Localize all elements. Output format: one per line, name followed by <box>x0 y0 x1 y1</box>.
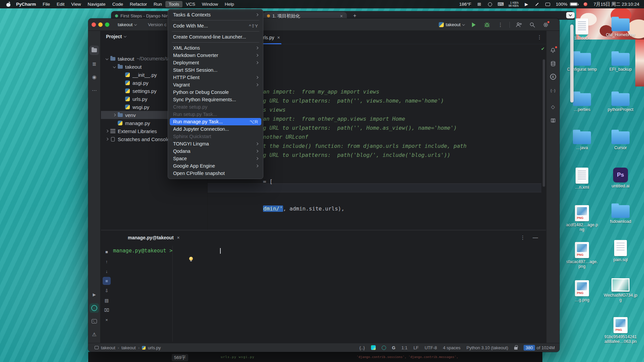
menu-item[interactable]: Code With Me... ^⇧Y <box>170 22 261 29</box>
print-icon[interactable]: ▤ <box>103 296 111 304</box>
tree-chevron-icon[interactable] <box>104 138 110 140</box>
lock-icon[interactable] <box>514 347 518 350</box>
menu-bar-item[interactable]: Refactor <box>126 1 150 7</box>
weather-widget[interactable]: 186°F <box>459 2 471 7</box>
run-panel-tab[interactable]: manage.py@takeout × <box>128 235 180 240</box>
status-widget[interactable]: Python 3.10 (takeout) <box>467 345 508 350</box>
intention-bulb-icon[interactable] <box>189 257 193 260</box>
status-widget[interactable]: LF <box>414 345 419 350</box>
hide-panel-button[interactable]: — <box>533 235 538 241</box>
menu-bar-item[interactable]: VCS <box>182 1 199 7</box>
desktop-icon[interactable]: Cursor <box>604 131 637 150</box>
menu-bar-item[interactable]: File <box>39 1 53 7</box>
menu-item[interactable]: Google App Engine <box>170 162 261 170</box>
desktop-icon[interactable]: WechatIMG734.jpg <box>604 278 637 302</box>
status-widget[interactable]: 4 spaces <box>443 345 461 350</box>
documentation-tool-button[interactable] <box>548 116 558 125</box>
pycharm-logo-icon[interactable] <box>371 345 376 350</box>
desktop-icon[interactable]: …g.png <box>565 280 599 302</box>
status-widget[interactable]: UTF-8 <box>425 345 437 350</box>
network-speed-widget[interactable]: 1 KB/s 98 KB/s <box>508 1 519 7</box>
menu-item[interactable]: Start SSH Session... <box>170 66 261 74</box>
menu-item[interactable]: Vagrant <box>170 81 261 88</box>
panel-options-button[interactable]: ⋮ <box>520 235 525 241</box>
terminal-console[interactable]: manage.py@takeout > <box>113 248 544 342</box>
translation-tool-button[interactable]: A <box>548 72 558 81</box>
play-menu-icon[interactable]: ▶ <box>524 1 529 7</box>
breadcrumb-item[interactable]: takeout <box>121 345 136 350</box>
tab-close-icon[interactable]: × <box>277 35 280 40</box>
tree-chevron-icon[interactable] <box>104 130 110 132</box>
ai-assistant-tool-button[interactable]: ◇ <box>548 102 558 112</box>
stop-icon[interactable]: ■ <box>103 248 111 256</box>
run-tool-button[interactable]: ▶ <box>90 290 99 299</box>
database-tool-button[interactable] <box>548 59 558 68</box>
display-menu-icon[interactable] <box>545 1 551 7</box>
status-widget[interactable]: 1:1 <box>401 345 408 350</box>
new-tab-button[interactable]: + <box>353 13 356 19</box>
menu-item[interactable]: Space <box>170 155 261 162</box>
next-task-icon[interactable]: ↓ <box>103 267 111 275</box>
menu-item[interactable]: TONGYI Lingma <box>170 140 261 147</box>
clear-icon[interactable]: ⌧ <box>103 306 111 314</box>
vcs-widget[interactable]: Version c <box>148 22 167 27</box>
grid-menu-icon[interactable]: ⊞ <box>476 1 482 7</box>
project-panel-header[interactable]: Project <box>106 34 126 39</box>
project-switcher[interactable]: takeout <box>116 21 139 28</box>
menu-item[interactable]: Python or Debug Console <box>170 88 261 96</box>
project-tool-button[interactable] <box>90 46 99 55</box>
desktop-icon[interactable]: EFI_backup <box>604 53 637 72</box>
menu-item[interactable]: Deployment <box>170 59 261 66</box>
battery-widget[interactable]: 100% <box>556 2 578 7</box>
menu-item[interactable]: Create Command-line Launcher... <box>170 33 261 41</box>
tab-close-icon[interactable]: × <box>177 235 180 240</box>
memory-indicator[interactable]: 380 of 1024M <box>524 345 555 351</box>
menu-bar-item[interactable]: Window <box>199 1 221 7</box>
pencil-menu-icon[interactable] <box>534 1 540 7</box>
terminal-tool-button[interactable]: >_ <box>90 316 99 326</box>
tree-chevron-icon[interactable] <box>112 114 117 116</box>
desktop-icon[interactable]: …n.xml <box>565 168 599 190</box>
run-button[interactable] <box>469 20 478 29</box>
close-window-button[interactable] <box>92 22 96 27</box>
menu-bar-item[interactable]: PyCharm <box>13 1 39 7</box>
browser-scrollbar[interactable] <box>570 24 574 103</box>
desktop-icon[interactable]: fsdownload <box>604 205 637 224</box>
desktop-icon[interactable]: pain.sql <box>604 240 637 262</box>
keyboard-icon[interactable]: ⌨ <box>498 1 503 7</box>
menu-item[interactable]: Open CProfile snapshot <box>170 170 261 177</box>
menu-item[interactable]: Run manage.py Task... ⌥R <box>170 118 261 125</box>
endpoints-tool-button[interactable]: {··} <box>548 86 558 95</box>
menu-item[interactable]: XML Actions <box>170 44 261 52</box>
recording-indicator-icon[interactable] <box>583 1 588 7</box>
menu-item[interactable]: Sync Python Requirements... <box>170 96 261 103</box>
tab-close-icon[interactable]: × <box>340 13 343 19</box>
settings-button[interactable] <box>541 20 550 29</box>
desktop-icon[interactable]: untitled.ai <box>604 168 637 188</box>
desktop-icon[interactable]: Old_Homebrew <box>604 18 637 37</box>
braces-widget-icon[interactable]: {..} <box>360 345 365 350</box>
menu-item[interactable] <box>170 29 261 33</box>
menu-bar-item[interactable]: View <box>68 1 84 7</box>
problems-tool-button[interactable]: ⚠ <box>90 330 99 339</box>
editor-tab-urls-py[interactable]: rls.py × <box>263 31 280 44</box>
menu-item[interactable]: Markdown Converter <box>170 52 261 59</box>
run-configuration-selector[interactable]: takeout <box>439 22 465 27</box>
breadcrumb-item[interactable]: urls.py <box>148 345 161 350</box>
desktop-icon[interactable]: acdf1482…age.png <box>565 205 599 232</box>
menu-bar-item[interactable]: Run <box>150 1 165 7</box>
desktop-icon[interactable]: pythonProject <box>604 93 637 112</box>
minimize-window-button[interactable] <box>98 22 103 27</box>
menu-item[interactable]: Run setup.py Task... <box>170 111 261 118</box>
menu-item[interactable]: Create setup.py <box>170 103 261 111</box>
menu-bar-item[interactable]: Code <box>109 1 126 7</box>
close-icon[interactable]: × <box>103 316 111 324</box>
lingma-tool-button[interactable]: ◌ <box>90 303 99 313</box>
desktop-icon[interactable]: sfacac497…age.png <box>565 242 599 269</box>
structure-tool-button[interactable]: ≣ <box>90 59 99 69</box>
screen-record-icon[interactable] <box>487 1 493 7</box>
menu-item[interactable]: Tasks & Contexts <box>170 11 261 18</box>
google-status-icon[interactable]: G <box>392 345 395 350</box>
editor-scrollbar[interactable] <box>543 59 545 187</box>
desktop-icon[interactable]: …java <box>565 131 599 150</box>
